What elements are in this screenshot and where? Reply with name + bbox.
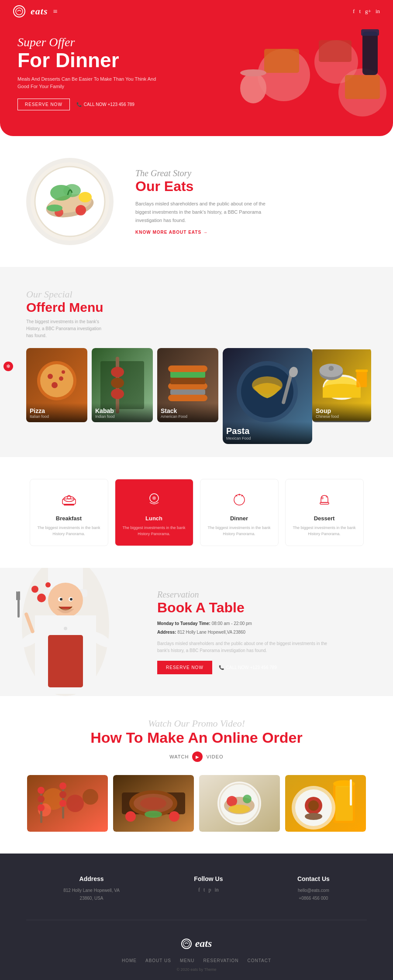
reservation-description: Barclays misled shareholders and the pub… (157, 640, 332, 654)
gallery-item-1[interactable] (27, 775, 108, 832)
follow-title: Follow Us (194, 875, 223, 882)
svg-rect-9 (362, 31, 378, 75)
video-section: Watch Our Promo Video! How To Make An On… (0, 696, 393, 854)
category-dinner[interactable]: Dinner The biggest investments in the ba… (200, 479, 279, 546)
svg-point-44 (252, 376, 283, 394)
time-value: 08:00 am - 22:00 pm (212, 621, 252, 626)
footer-nav-home[interactable]: HOME (122, 958, 137, 963)
res-call-label: CALL NOW +123 456 789 (226, 665, 277, 670)
reservation-section: Reservation Book A Table Monday to Tuesd… (0, 568, 393, 696)
footer-pinterest-icon[interactable]: p (208, 887, 211, 893)
footer-nav-menu[interactable]: MENU (180, 958, 194, 963)
footer-nav-about[interactable]: ABOUT US (145, 958, 171, 963)
address-title: Address (63, 875, 120, 882)
hamburger-menu[interactable]: ≡ (53, 7, 57, 16)
svg-point-98 (38, 787, 45, 794)
know-more-prefix: KNOW MORE ABOUT (135, 230, 188, 235)
menu-card-pizza[interactable]: Pizza Italian food (26, 348, 87, 422)
address-value: 812 Holly Lane Hopewell,VA 23860 (177, 630, 245, 635)
menu-card-soup[interactable]: Soup Chinese food (312, 348, 371, 422)
menu-inner: Our Special Offerd Menu The biggest inve… (0, 289, 393, 444)
svg-rect-4 (264, 49, 299, 73)
svg-rect-40 (168, 395, 207, 401)
play-button[interactable]: ▶ (192, 751, 203, 762)
menu-cards-row: Pizza Italian food Kabab Indian food (0, 348, 393, 444)
svg-point-91 (45, 582, 51, 587)
time-label: Monday to Tuesday Time: (157, 621, 210, 626)
footer-logo: eats (26, 929, 367, 958)
navbar-left: eats ≡ (13, 5, 58, 17)
svg-point-56 (329, 366, 334, 371)
soup-sub: Chinese food (316, 414, 368, 419)
address-line1: 812 Holly Lane Hopewell, VA (63, 887, 120, 895)
menu-description: The biggest investments in the bank's Hi… (26, 318, 105, 339)
svg-point-119 (228, 805, 250, 813)
soup-title: Soup (316, 407, 368, 414)
reservation-call[interactable]: 📞 CALL NOW +123 456 789 (219, 665, 277, 670)
footer-linkedin-icon[interactable]: in (214, 887, 218, 893)
know-more-highlight: EATS (188, 230, 201, 235)
svg-point-31 (111, 367, 124, 377)
svg-rect-38 (168, 365, 207, 372)
reservation-buttons: RESERVE NOW 📞 CALL NOW +123 456 789 (157, 661, 332, 674)
hero-description: Meals And Desserts Can Be Easier To Make… (17, 75, 166, 90)
google-icon[interactable]: g+ (365, 8, 371, 15)
about-description: Barclays misled shareholders and the pub… (135, 200, 266, 224)
svg-point-16 (63, 184, 81, 197)
gallery-item-3[interactable] (199, 775, 280, 832)
svg-rect-6 (345, 75, 380, 99)
hero-buttons: RESERVE NOW 📞 CALL NOW +123 456 789 (17, 99, 166, 110)
category-breakfast[interactable]: Breakfast The biggest investments in the… (30, 479, 108, 546)
call-label: CALL NOW +123 456 789 (84, 102, 134, 107)
dinner-icon (207, 490, 272, 511)
svg-point-100 (38, 804, 45, 811)
pasta-card-overlay: Pasta Mexican Food (223, 422, 312, 444)
footer-social-icons: f t p in (194, 887, 223, 893)
menu-card-pasta[interactable]: Pasta Mexican Food (223, 348, 312, 444)
video-title: How To Make An Online Order (26, 729, 367, 746)
category-dessert[interactable]: Dessert The biggest investments in the b… (285, 479, 364, 546)
dinner-title: Dinner (207, 515, 272, 522)
reserve-table-button[interactable]: RESERVE NOW (157, 661, 212, 674)
gallery-item-4[interactable] (285, 775, 366, 832)
footer-nav-reservation[interactable]: RESERVATION (203, 958, 238, 963)
menu-card-stack[interactable]: Stack American Food (157, 348, 218, 422)
linkedin-icon[interactable]: in (376, 8, 380, 15)
svg-point-111 (169, 811, 179, 822)
watch-button[interactable]: WATCH ▶ VIDEO (26, 751, 367, 762)
gallery-item-2[interactable] (113, 775, 194, 832)
footer-twitter-icon[interactable]: t (203, 887, 205, 893)
svg-point-32 (111, 378, 124, 388)
twitter-icon[interactable]: t (359, 8, 361, 15)
svg-point-75 (60, 598, 62, 601)
footer-brand-name: eats (195, 938, 212, 949)
footer-nav: HOME ABOUT US MENU RESERVATION CONTACT (26, 958, 367, 963)
svg-point-102 (59, 782, 66, 789)
svg-point-109 (140, 797, 166, 809)
hero-image (196, 23, 393, 136)
svg-point-79 (64, 627, 67, 630)
facebook-icon[interactable]: f (353, 8, 355, 15)
reserve-button[interactable]: RESERVE NOW (17, 99, 70, 110)
svg-point-59 (67, 495, 71, 499)
hero-content: Super Offer For Dinner Meals And Dessert… (17, 36, 166, 110)
about-title: Our Eats (135, 178, 266, 195)
svg-point-26 (52, 382, 58, 388)
footer-divider (26, 920, 367, 920)
footer-contact-col: Contact Us hello@eats.com +0866 456 000 (297, 875, 330, 902)
stack-card-overlay: Stack American Food (157, 403, 218, 422)
lunch-desc: The biggest investments in the bank Hist… (122, 525, 186, 537)
contact-phone: +0866 456 000 (297, 895, 330, 902)
watch-label: WATCH (169, 754, 189, 759)
chef-image-area (0, 568, 131, 696)
footer-facebook-icon[interactable]: f (198, 887, 200, 893)
category-lunch[interactable]: Lunch The biggest investments in the ban… (115, 479, 193, 546)
know-more-link[interactable]: KNOW MORE ABOUT EATS → (135, 230, 266, 235)
svg-point-20 (47, 205, 62, 212)
menu-card-kabab[interactable]: Kabab Indian food (92, 348, 153, 422)
footer-nav-contact[interactable]: CONTACT (247, 958, 271, 963)
breakfast-title: Breakfast (37, 515, 101, 522)
stack-sub: American Food (161, 414, 215, 419)
call-button[interactable]: 📞 CALL NOW +123 456 789 (76, 102, 134, 107)
footer-follow-col: Follow Us f t p in (194, 875, 223, 902)
